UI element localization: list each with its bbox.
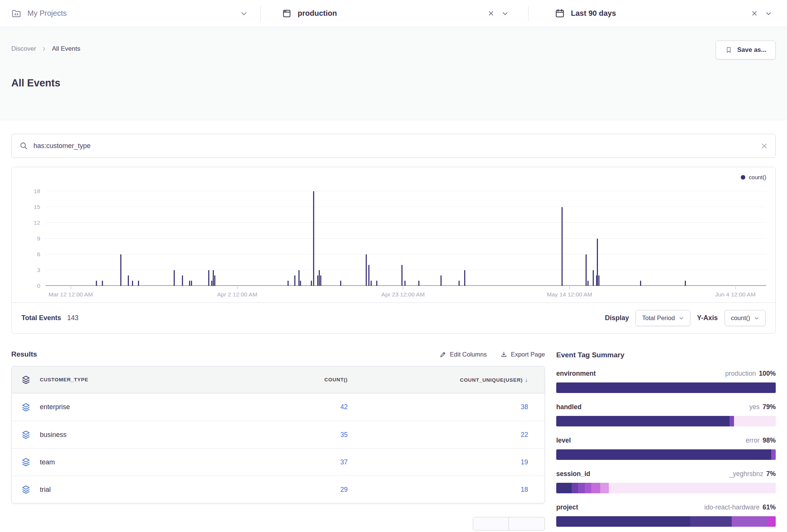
chart-bar[interactable]	[300, 281, 301, 286]
chart-bar[interactable]	[319, 270, 320, 286]
chevron-down-icon[interactable]	[765, 10, 772, 17]
chart-bar[interactable]	[371, 281, 372, 286]
edit-columns-button[interactable]: Edit Columns	[439, 351, 487, 358]
close-icon[interactable]	[751, 10, 758, 17]
chart-bar[interactable]	[640, 281, 641, 286]
tag-distribution-bar[interactable]	[556, 449, 776, 460]
events-bar-chart[interactable]: 0369121518	[45, 188, 766, 286]
search-clear-icon[interactable]	[761, 142, 768, 150]
chart-bar[interactable]	[340, 281, 341, 286]
chart-bar[interactable]	[128, 275, 129, 286]
chart-bar[interactable]	[587, 281, 589, 286]
search-input[interactable]: has:customer_type	[33, 142, 91, 150]
tag-bar-segment[interactable]	[690, 516, 732, 527]
table-row[interactable]: team3719	[12, 448, 545, 476]
chart-bar[interactable]	[182, 275, 183, 286]
chart-bar[interactable]	[464, 270, 465, 286]
tag-bar-segment[interactable]	[732, 516, 767, 527]
tag-bar-segment[interactable]	[556, 449, 771, 460]
chart-bar[interactable]	[320, 275, 321, 286]
chart-bar[interactable]	[313, 191, 314, 286]
column-header-count-unique[interactable]: COUNT_UNIQUE(USER)↓	[364, 376, 545, 383]
environment-selector[interactable]: production	[261, 0, 528, 27]
y-axis-dropdown[interactable]: count()	[725, 310, 766, 326]
export-page-button[interactable]: Export Page	[500, 351, 545, 358]
chart-bar[interactable]	[368, 265, 369, 286]
tag-bar-segment[interactable]	[734, 416, 776, 426]
tag-bar-segment[interactable]	[556, 416, 729, 426]
tag-distribution-bar[interactable]	[556, 483, 776, 493]
search-bar[interactable]: has:customer_type	[11, 134, 776, 158]
chart-bar[interactable]	[96, 281, 97, 286]
chart-bar[interactable]	[401, 265, 403, 286]
chart-bar[interactable]	[418, 281, 419, 286]
count-cell[interactable]: 42	[255, 403, 364, 411]
save-as-button[interactable]: Save as...	[716, 41, 776, 59]
tag-distribution-bar[interactable]	[556, 382, 776, 393]
table-row[interactable]: enterprise4238	[12, 393, 545, 421]
table-row[interactable]: business3522	[12, 421, 545, 448]
tag-bar-segment[interactable]	[556, 483, 572, 493]
count-cell[interactable]: 35	[255, 431, 364, 439]
tag-bar-segment[interactable]	[609, 483, 776, 493]
date-range-selector[interactable]: Last 90 days	[528, 0, 787, 27]
chart-bar[interactable]	[376, 281, 377, 286]
tag-bar-segment[interactable]	[556, 516, 690, 527]
chart-bar[interactable]	[288, 281, 289, 286]
count-cell[interactable]: 29	[255, 486, 364, 494]
chart-bar[interactable]	[138, 281, 139, 286]
chart-bar[interactable]	[685, 281, 686, 286]
tag-bar-segment[interactable]	[556, 382, 776, 393]
tag-distribution-bar[interactable]	[556, 416, 776, 426]
chart-bar[interactable]	[189, 281, 190, 286]
chart-bar[interactable]	[593, 270, 594, 286]
tag-top-value: yes79%	[749, 403, 776, 411]
chevron-down-icon[interactable]	[240, 10, 248, 17]
count-unique-cell[interactable]: 38	[364, 403, 545, 411]
tag-bar-segment[interactable]	[600, 483, 609, 493]
count-unique-cell[interactable]: 22	[364, 431, 545, 439]
column-header-customer-type[interactable]: CUSTOMER_TYPE	[40, 377, 255, 382]
chart-bar[interactable]	[191, 281, 192, 286]
chart-bar[interactable]	[294, 275, 295, 286]
chart-bar[interactable]	[214, 275, 215, 286]
pagination-prev-button[interactable]	[473, 517, 509, 530]
chart-bar[interactable]	[102, 281, 103, 286]
pagination-next-button[interactable]	[509, 517, 545, 530]
chart-bar[interactable]	[174, 270, 175, 286]
tag-bar-segment[interactable]	[771, 449, 776, 460]
column-header-count[interactable]: COUNT()	[255, 377, 364, 382]
chart-bar[interactable]	[317, 275, 318, 286]
count-unique-cell[interactable]: 19	[364, 458, 545, 466]
chart-bar[interactable]	[211, 281, 212, 286]
chevron-down-icon[interactable]	[502, 10, 509, 17]
tag-bar-segment[interactable]	[591, 483, 600, 493]
chart-bar[interactable]	[298, 270, 300, 286]
tag-bar-segment[interactable]	[729, 416, 734, 426]
chart-bar[interactable]	[440, 275, 442, 286]
chart-bar[interactable]	[132, 281, 133, 286]
chart-bar[interactable]	[366, 254, 367, 286]
chart-bar[interactable]	[459, 281, 460, 286]
tag-bar-segment[interactable]	[585, 483, 592, 493]
display-dropdown[interactable]: Total Period	[636, 310, 690, 326]
chart-bar[interactable]	[404, 281, 406, 286]
chart-bar[interactable]	[120, 254, 121, 286]
chart-bar[interactable]	[598, 275, 599, 286]
chart-bar[interactable]	[597, 239, 598, 286]
chart-bar[interactable]	[213, 270, 214, 286]
close-icon[interactable]	[488, 10, 494, 17]
project-selector[interactable]: My Projects	[0, 0, 260, 27]
tag-distribution-bar[interactable]	[556, 516, 776, 527]
count-cell[interactable]: 37	[255, 458, 364, 466]
chart-bar[interactable]	[208, 270, 209, 286]
chart-bar[interactable]	[561, 207, 563, 286]
chart-bar[interactable]	[586, 254, 587, 286]
count-unique-cell[interactable]: 18	[364, 486, 545, 494]
tag-bar-segment[interactable]	[578, 483, 585, 493]
table-row[interactable]: trial2918	[12, 476, 545, 503]
chart-bar[interactable]	[311, 281, 312, 286]
tag-bar-segment[interactable]	[767, 516, 776, 527]
tag-bar-segment[interactable]	[572, 483, 578, 493]
breadcrumb-discover-link[interactable]: Discover	[11, 45, 36, 53]
